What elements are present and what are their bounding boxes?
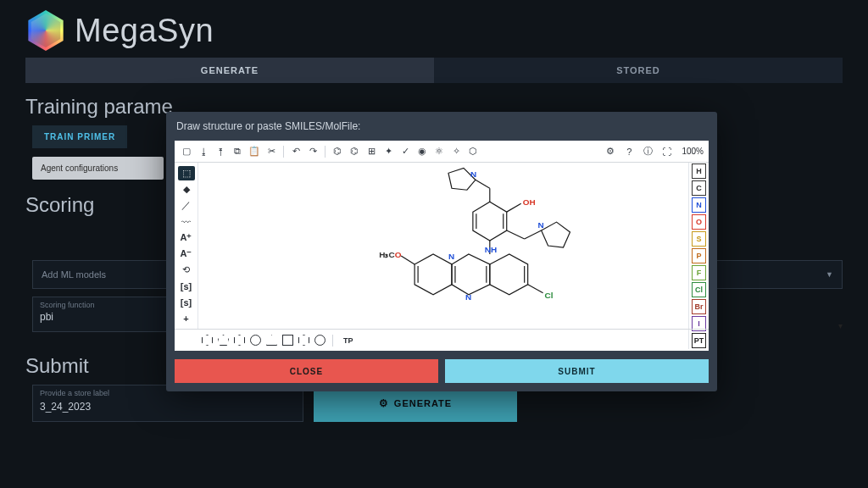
chemical-editor-panel: ▢ ⭳ ⭱ ⧉ 📋 ✂ ↶ ↷ ⌬ ⌬ ⊞ ✦ ✓ ◉ ⚛ ✧ ⬡ ⚙ ? ⓘ … — [175, 141, 709, 351]
tab-stored[interactable]: STORED — [434, 58, 843, 83]
dearomatize-icon[interactable]: ⌬ — [348, 145, 361, 158]
train-primer-button[interactable]: TRAIN PRIMER — [32, 125, 127, 148]
modal-submit-button[interactable]: SUBMIT — [445, 359, 709, 383]
misc-icon[interactable]: ✧ — [449, 145, 463, 158]
generate-button-label: GENERATE — [394, 398, 452, 408]
erase-icon[interactable]: ◆ — [178, 182, 195, 197]
paste-icon[interactable]: 📋 — [248, 145, 261, 158]
fullscreen-icon[interactable]: ⛶ — [659, 145, 673, 158]
separator — [283, 146, 284, 158]
save-file-icon[interactable]: ⭱ — [214, 145, 227, 158]
svg-line-18 — [401, 256, 415, 264]
structure-editor-modal: Draw structure or paste SMILES/MolFile: … — [166, 112, 717, 391]
charge-plus-icon[interactable]: A⁺ — [178, 230, 195, 245]
element-column: HCNOSPFClBrIPT — [688, 163, 709, 349]
modal-title: Draw structure or paste SMILES/MolFile: — [166, 112, 717, 141]
element-br-button[interactable]: Br — [692, 299, 706, 314]
submit-title: Submit — [25, 354, 89, 378]
sgroup2-icon[interactable]: [s] — [178, 295, 195, 309]
element-more-icon[interactable]: ▾ — [832, 319, 848, 331]
editor-left-toolbar: ⬚ ◆ ／ 〰 A⁺ A⁻ ⟲ [s] [s] + — [175, 163, 198, 329]
modal-close-button[interactable]: CLOSE — [175, 359, 438, 383]
svg-marker-12 — [490, 254, 528, 295]
svg-marker-11 — [452, 254, 490, 295]
open-file-icon[interactable]: ⭳ — [197, 145, 210, 158]
nh-label: NH — [485, 245, 497, 254]
cyclopropane-icon[interactable] — [266, 335, 277, 346]
reaction-plus-icon[interactable]: + — [178, 311, 195, 325]
separator — [332, 335, 333, 347]
ring-circle-icon[interactable] — [314, 335, 326, 346]
redo-icon[interactable]: ↷ — [306, 145, 320, 158]
svg-marker-13 — [415, 254, 452, 295]
n-label-2: N — [538, 220, 544, 230]
scoring-function-label: Scoring function — [40, 301, 169, 309]
editor-top-toolbar: ▢ ⭳ ⭱ ⧉ 📋 ✂ ↶ ↷ ⌬ ⌬ ⊞ ✦ ✓ ◉ ⚛ ✧ ⬡ ⚙ ? ⓘ … — [175, 141, 709, 163]
stereo-icon[interactable]: ⚛ — [432, 145, 446, 158]
element-c-button[interactable]: C — [692, 180, 706, 196]
main-tabs: GENERATE STORED — [0, 58, 868, 83]
cycloheptane-icon[interactable] — [250, 335, 261, 346]
svg-line-8 — [525, 230, 542, 239]
check-icon[interactable]: ✓ — [398, 145, 412, 158]
separator — [325, 146, 326, 158]
transform-icon[interactable]: ⟲ — [178, 263, 195, 277]
settings-icon[interactable]: ⚙ — [604, 145, 617, 158]
svg-line-7 — [507, 230, 525, 239]
cyclopentane-icon[interactable] — [218, 335, 229, 346]
3d-icon[interactable]: ⬡ — [466, 145, 480, 158]
ring-icon[interactable] — [298, 335, 309, 346]
element-n-button[interactable]: N — [692, 197, 706, 213]
n-label-1: N — [470, 169, 476, 179]
undo-icon[interactable]: ↶ — [289, 145, 303, 158]
element-o-button[interactable]: O — [692, 214, 706, 230]
element-h-button[interactable]: H — [692, 164, 706, 179]
cl-label: Cl — [545, 291, 554, 300]
logo-icon — [25, 10, 66, 51]
calc-icon[interactable]: ◉ — [415, 145, 429, 158]
aromatize-icon[interactable]: ⌬ — [331, 145, 344, 158]
sgroup-icon[interactable]: [s] — [178, 279, 195, 293]
layout-icon[interactable]: ⊞ — [364, 145, 378, 158]
n-label-4: N — [465, 292, 471, 302]
clean-icon[interactable]: ✦ — [381, 145, 395, 158]
new-file-icon[interactable]: ▢ — [180, 145, 193, 158]
charge-minus-icon[interactable]: A⁻ — [178, 247, 195, 261]
element-f-button[interactable]: F — [692, 265, 706, 280]
benzene-ring-icon[interactable] — [202, 335, 213, 346]
shape-toolbar: TP — [175, 329, 709, 351]
structure-canvas[interactable]: OH N N NH N N H₃CO Cl — [198, 163, 688, 329]
single-bond-icon[interactable]: ／ — [178, 198, 195, 213]
svg-marker-0 — [473, 202, 507, 241]
agent-configurations-button[interactable]: Agent configurations — [32, 157, 164, 180]
h3co-label: H₃CO — [379, 250, 401, 259]
svg-line-5 — [476, 180, 490, 188]
tab-generate[interactable]: GENERATE — [25, 58, 434, 83]
app-title: MegaSyn — [75, 13, 214, 49]
cyclohexane-icon[interactable] — [234, 335, 245, 346]
cut-icon[interactable]: ✂ — [264, 145, 278, 158]
chain-icon[interactable]: 〰 — [178, 214, 195, 229]
svg-line-3 — [507, 203, 521, 212]
svg-marker-9 — [542, 222, 570, 247]
lasso-select-icon[interactable]: ⬚ — [178, 166, 195, 180]
info-icon[interactable]: ⓘ — [641, 145, 654, 158]
help-icon[interactable]: ? — [622, 145, 636, 158]
element-p-button[interactable]: P — [692, 248, 706, 263]
store-label-value: 3_24_2023 — [40, 401, 296, 413]
zoom-level[interactable]: 100% — [682, 147, 704, 156]
scoring-function-value: pbi — [40, 311, 169, 323]
n-label-3: N — [448, 252, 454, 261]
oh-label: OH — [523, 197, 536, 207]
svg-line-19 — [528, 285, 543, 293]
element-cl-button[interactable]: Cl — [692, 282, 706, 297]
template-icon[interactable]: TP — [343, 336, 353, 345]
add-ml-models-label: Add ML models — [42, 269, 106, 280]
element-s-button[interactable]: S — [692, 231, 706, 247]
copy-icon[interactable]: ⧉ — [231, 145, 244, 158]
modal-footer: CLOSE SUBMIT — [166, 351, 717, 391]
scoring-function-field[interactable]: Scoring function pbi — [32, 297, 176, 332]
cyclobutane-icon[interactable] — [282, 335, 293, 346]
